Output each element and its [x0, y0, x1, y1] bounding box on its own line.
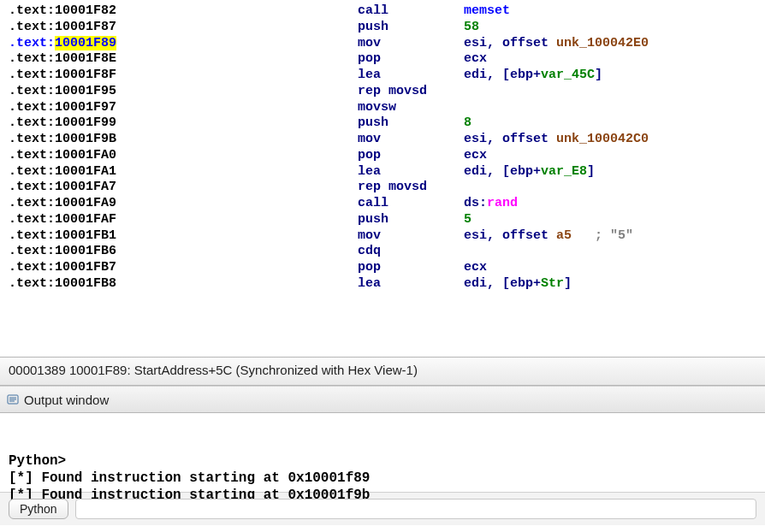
output-window[interactable]: Python>[*] Found instruction starting at…: [0, 413, 765, 493]
operands: memset: [464, 3, 510, 18]
address-label: .text:10001F8F: [9, 68, 116, 82]
disasm-row[interactable]: .text:10001FB8leaedi, [ebp+Str]: [9, 276, 765, 293]
disasm-row[interactable]: .text:10001FB1movesi, offset a5 ; "5": [9, 228, 765, 245]
address-label: .text:10001FB1: [9, 228, 116, 243]
mnemonic: mov: [358, 228, 464, 245]
mnemonic: push: [358, 212, 464, 228]
mnemonic: lea: [358, 68, 464, 84]
operands: ecx: [464, 51, 487, 66]
disasm-row[interactable]: .text:10001FB7popecx: [9, 260, 765, 276]
mnemonic: lea: [358, 276, 464, 293]
disasm-row[interactable]: .text:10001F95rep movsd: [9, 84, 765, 100]
disasm-row[interactable]: .text:10001F9Bmovesi, offset unk_100042C…: [9, 132, 765, 148]
address-label: .text:10001F99: [9, 115, 116, 130]
disasm-row[interactable]: .text:10001FA7rep movsd: [9, 180, 765, 196]
disasm-row[interactable]: .text:10001FA0popecx: [9, 148, 765, 164]
address-label: .text:10001F97: [9, 100, 116, 115]
mnemonic: pop: [358, 148, 464, 164]
operands: esi, offset unk_100042C0: [464, 132, 649, 146]
mnemonic: mov: [358, 36, 464, 52]
disasm-row[interactable]: .text:10001F87push58: [9, 20, 765, 36]
disasm-row[interactable]: .text:10001FAFpush5: [9, 212, 765, 228]
address-label: .text:10001F95: [9, 84, 116, 98]
operands: 8: [464, 115, 471, 130]
address-label: .text:10001F9B: [9, 132, 116, 146]
address-label: .text:10001FB8: [9, 276, 116, 291]
status-bar: 00001389 10001F89: StartAddress+5C (Sync…: [0, 358, 765, 386]
mnemonic: rep movsd: [358, 84, 464, 100]
disasm-row[interactable]: .text:10001F89movesi, offset unk_100042E…: [9, 36, 765, 52]
mnemonic: mov: [358, 132, 464, 148]
mnemonic: call: [358, 3, 464, 20]
operands: esi, offset a5 ; "5": [464, 228, 633, 243]
address-label: .text:10001FB7: [9, 260, 116, 275]
mnemonic: cdq: [358, 244, 464, 260]
address-label-highlighted: .text:10001F89: [9, 36, 116, 50]
output-line: [*] Found instruction starting at 0x1000…: [9, 470, 756, 487]
command-input[interactable]: [75, 499, 756, 519]
output-window-title: Output window: [24, 393, 109, 407]
output-window-icon: [7, 393, 19, 405]
operands: ds:rand: [464, 196, 518, 210]
address-label: .text:10001FA7: [9, 180, 116, 194]
disasm-row[interactable]: .text:10001FA9callds:rand: [9, 196, 765, 212]
operands: esi, offset unk_100042E0: [464, 36, 649, 50]
output-line: Python>: [9, 452, 756, 470]
operands: 5: [464, 212, 471, 227]
address-label: .text:10001F87: [9, 20, 116, 34]
address-label: .text:10001FA1: [9, 164, 116, 179]
address-label: .text:10001F82: [9, 3, 116, 18]
address-label: .text:10001FB6: [9, 244, 116, 258]
mnemonic: push: [358, 115, 464, 132]
disassembly-view[interactable]: .text:10001F82callmemset.text:10001F87pu…: [0, 0, 765, 358]
mnemonic: push: [358, 20, 464, 36]
output-window-header[interactable]: Output window: [0, 386, 765, 413]
mnemonic: call: [358, 196, 464, 212]
disasm-row[interactable]: .text:10001FB6cdq: [9, 244, 765, 260]
operands: edi, [ebp+var_45C]: [464, 68, 602, 82]
disasm-row[interactable]: .text:10001F8Fleaedi, [ebp+var_45C]: [9, 68, 765, 84]
operands: 58: [464, 20, 479, 34]
disasm-row[interactable]: .text:10001F82callmemset: [9, 3, 765, 20]
mnemonic: rep movsd: [358, 180, 464, 196]
address-label: .text:10001FAF: [9, 212, 116, 227]
operands: edi, [ebp+Str]: [464, 276, 572, 291]
mnemonic: pop: [358, 51, 464, 68]
address-label: .text:10001F8E: [9, 51, 116, 66]
address-label: .text:10001FA9: [9, 196, 116, 210]
disasm-row[interactable]: .text:10001F97movsw: [9, 100, 765, 116]
mnemonic: movsw: [358, 100, 464, 116]
disasm-row[interactable]: .text:10001F8Epopecx: [9, 51, 765, 68]
interpreter-button[interactable]: Python: [9, 499, 68, 519]
disasm-row[interactable]: .text:10001FA1leaedi, [ebp+var_E8]: [9, 164, 765, 180]
operands: ecx: [464, 148, 487, 163]
mnemonic: pop: [358, 260, 464, 276]
address-label: .text:10001FA0: [9, 148, 116, 163]
operands: ecx: [464, 260, 487, 275]
disasm-row[interactable]: .text:10001F99push8: [9, 115, 765, 132]
operands: edi, [ebp+var_E8]: [464, 164, 595, 179]
mnemonic: lea: [358, 164, 464, 180]
